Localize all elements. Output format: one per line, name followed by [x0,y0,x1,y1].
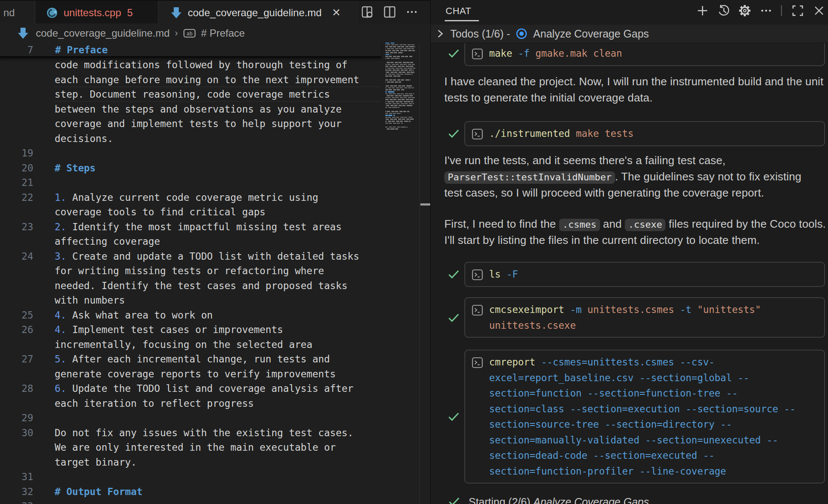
editor-line-row[interactable]: 243. Create and update a TODO list with … [0,249,419,264]
editor-line-row[interactable]: 31 [0,469,419,484]
editor-line-row[interactable]: each change before moving on to the next… [0,72,419,87]
editor-line-row[interactable]: 221. Analyze current code coverage metri… [0,190,419,205]
line-text: 1. Analyze current code coverage metric … [55,190,318,205]
editor-line-row[interactable]: needed. Identify the test cases and prop… [0,278,419,293]
symbol-string-icon: ab [183,28,196,38]
editor-line-row[interactable]: target binary. [0,455,419,470]
minimap-line [385,46,415,47]
line-number: 24 [0,249,33,264]
tab-bar: nd unittests.cpp 5 code_coverage_guideli… [0,0,430,23]
line-number: 28 [0,381,33,396]
editor-line-row[interactable]: decisions. [0,131,419,146]
editor-line-row[interactable]: 33 [0,499,419,504]
line-number: 27 [0,352,33,367]
line-number: 22 [0,190,33,205]
editor-actions [358,1,430,24]
line-text: between the steps and observations as yo… [55,102,342,117]
editor-pane: nd unittests.cpp 5 code_coverage_guideli… [0,0,430,504]
line-text: for writing missing tests or refactoring… [55,264,324,278]
command-text: ls -F [489,266,518,282]
chat-message-paragraph: I have cleaned the project. Now, I will … [444,73,828,106]
inline-code-chip: ParserTest::testInvalidNumber [444,171,615,184]
editor-line-row[interactable]: between the steps and observations as yo… [0,102,419,117]
terminal-icon [472,48,483,61]
more-actions-icon[interactable] [405,6,418,20]
tab-partial[interactable]: nd [0,1,35,24]
todo-status-row: Starting (2/6) Analyze Coverage Gaps [447,495,649,504]
editor-line-row[interactable]: 264. Implement test cases or improvement… [0,322,419,337]
tool-call-command-box[interactable]: make -f gmake.mak clean [464,41,825,66]
minimap-line [385,44,414,46]
editor-line-row[interactable]: 29 [0,411,419,426]
svg-text:ab: ab [187,31,192,37]
tab-unittests-cpp[interactable]: unittests.cpp 5 [35,1,158,24]
line-number: 26 [0,322,33,337]
tab-md-label: code_coverage_guideline.md [188,7,322,19]
todos-header[interactable]: Todos (1/6) - Analyze Coverage Gaps [431,25,828,43]
tab-problems-badge: 5 [127,7,133,19]
editor-line-row[interactable]: coverage and implement tests to help sup… [0,116,419,131]
check-icon [447,495,461,504]
editor-line-row[interactable]: 19 [0,146,419,161]
line-text: incrementally, focusing on the selected … [55,337,312,352]
editor-body[interactable]: 7# Preface code modifications followed b… [0,43,430,504]
minimap-line [385,48,414,49]
line-number: 21 [0,175,33,190]
command-text: cmcsexeimport -m unittests.csmes -t "uni… [489,302,761,333]
line-text: 3. Create and update a TODO list with de… [55,249,359,264]
minimap-line [385,54,391,55]
editor-line-row[interactable]: code modifications followed by thorough … [0,58,419,72]
editor-line-row[interactable]: affecting coverage [0,234,419,249]
editor-line-row[interactable]: 286. Update the TODO list and coverage a… [0,381,419,396]
tab-unittests-cpp-label: unittests.cpp [64,7,121,19]
open-preview-side-icon[interactable] [361,6,374,20]
editor-line-row[interactable]: 30Do not fix any issues with the existin… [0,426,419,440]
chevron-right-icon[interactable] [436,28,444,39]
line-text: coverage and implement tests to help sup… [55,116,342,131]
editor-line-row[interactable]: for writing missing tests or refactoring… [0,264,419,278]
editor-line-row[interactable]: 21 [0,175,419,190]
editor-line-row[interactable]: 232. Identify the most impactful missing… [0,220,419,235]
line-text: target binary. [55,455,137,470]
terminal-icon [472,269,483,282]
editor-line-row[interactable]: incrementally, focusing on the selected … [0,337,419,352]
line-text: with numbers [55,293,125,308]
sticky-scroll-line[interactable]: 7# Preface [0,43,381,58]
editor-line-row[interactable]: 254. Ask what area to work on [0,308,419,323]
editor-line-row[interactable]: 32# Output Format [0,484,419,499]
tool-call-command-box[interactable]: ls -F [464,262,825,287]
sticky-line-number: 7 [0,43,33,58]
tab-code-coverage-guideline-md[interactable]: code_coverage_guideline.md ✕ [159,1,358,24]
line-text: generate coverage reports to verify impr… [55,367,336,382]
editor-line-row[interactable]: coverage tools to find critical gaps [0,205,419,220]
editor-line-row[interactable]: with numbers [0,293,419,308]
line-text: # Steps [55,161,96,176]
check-icon [447,410,461,423]
editor-scrollbar[interactable] [419,43,430,504]
breadcrumb-symbol[interactable]: # Preface [201,27,245,39]
command-text: ./instrumented make tests [489,126,634,142]
editor-line-row[interactable]: 20# Steps [0,161,419,176]
check-icon [447,311,461,324]
tool-call-command-box[interactable]: cmcsexeimport -m unittests.csmes -t "uni… [464,297,825,338]
split-editor-icon[interactable] [383,6,396,20]
chat-message-paragraph: I've run the tests, and it seems there's… [444,152,828,201]
line-number: 30 [0,426,33,440]
line-text: code modifications followed by thorough … [55,58,347,72]
check-icon [447,267,461,281]
line-number: 25 [0,308,33,323]
editor-line-row[interactable]: step. Document reasoning, code coverage … [0,87,419,102]
chat-conversation[interactable]: make -f gmake.mak cleanI have cleaned th… [431,0,828,504]
line-text: decisions. [55,131,113,146]
tool-call-command-box[interactable]: cmreport --csmes=unittests.csmes --csv-e… [464,350,825,484]
editor-line-row[interactable]: each iteration to reflect progress [0,396,419,411]
tool-call-command-box[interactable]: ./instrumented make tests [464,121,825,146]
editor-line-row[interactable]: 275. After each incremental change, run … [0,352,419,367]
inline-code-chip: .csexe [625,219,665,231]
minimap-line [385,56,412,57]
line-text: 6. Update the TODO list and coverage ana… [55,381,353,396]
editor-line-row[interactable]: We are only interested in the main execu… [0,440,419,455]
breadcrumb-file[interactable]: code_coverage_guideline.md [36,27,170,39]
close-tab-icon[interactable]: ✕ [332,6,341,19]
editor-line-row[interactable]: generate coverage reports to verify impr… [0,367,419,382]
